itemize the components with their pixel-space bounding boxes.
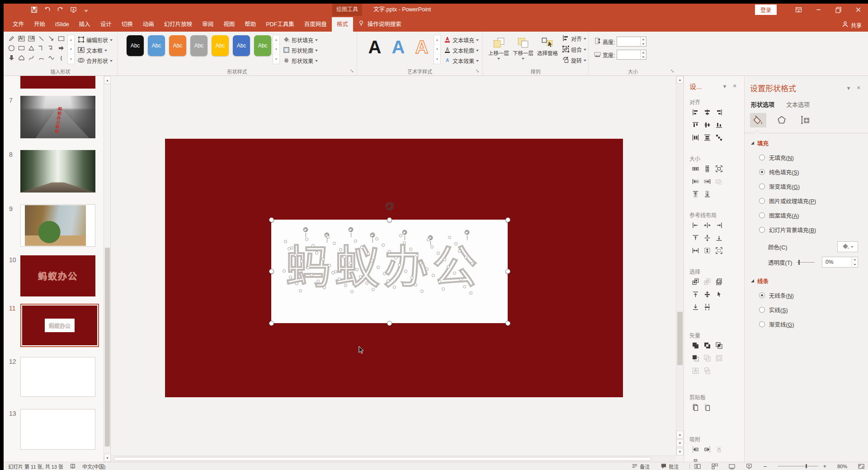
- shape-icon-6[interactable]: [8, 45, 15, 53]
- vertex-handle[interactable]: [375, 237, 378, 240]
- send-backward-button[interactable]: 下移一层: [511, 34, 535, 66]
- shape-style-swatch-1[interactable]: Abc: [148, 35, 165, 56]
- shape-icon-11[interactable]: [58, 45, 65, 53]
- shape-icon-2[interactable]: A: [28, 35, 35, 44]
- alignL-icon[interactable]: [690, 107, 700, 117]
- size-properties-icon[interactable]: [797, 113, 813, 127]
- vertex-handle[interactable]: [377, 266, 380, 269]
- shape-icon-0[interactable]: [8, 35, 15, 44]
- rotate-handle[interactable]: [369, 232, 376, 243]
- previous-slide-icon[interactable]: ▲: [676, 431, 684, 438]
- size-dialog-launcher[interactable]: [670, 69, 676, 75]
- vertex-handle[interactable]: [290, 246, 293, 249]
- selection-handle[interactable]: [269, 217, 274, 222]
- tab-animations[interactable]: 动画: [138, 17, 159, 32]
- selChk-icon[interactable]: [714, 277, 724, 287]
- vertex-handle[interactable]: [316, 280, 320, 283]
- fill-color-button[interactable]: [837, 241, 858, 252]
- text-box-button[interactable]: A文本框: [78, 46, 113, 55]
- notes-button[interactable]: 备注: [632, 463, 650, 470]
- tab-design[interactable]: 设计: [95, 17, 117, 32]
- selBot-icon[interactable]: [690, 302, 700, 312]
- shape-icon-1[interactable]: A: [18, 35, 25, 44]
- scroll-down-icon[interactable]: ▼: [676, 448, 684, 456]
- width-input[interactable]: [617, 50, 646, 60]
- vertex-handle[interactable]: [300, 260, 303, 263]
- selection-handle[interactable]: [505, 217, 510, 222]
- wordart-gallery-scroll[interactable]: ▲▼▼: [434, 35, 441, 64]
- spell-check-icon[interactable]: [70, 463, 76, 470]
- rotate-handle[interactable]: [464, 230, 470, 240]
- radio-icon[interactable]: [759, 227, 765, 233]
- rotate-handle[interactable]: [348, 227, 354, 238]
- szH-icon[interactable]: [702, 164, 712, 174]
- rotate-handle[interactable]: [401, 230, 408, 240]
- vertex-handle[interactable]: [398, 263, 401, 267]
- vertex-handle[interactable]: [427, 238, 430, 241]
- vExc-icon[interactable]: [702, 353, 712, 363]
- snapL-icon[interactable]: [690, 444, 700, 454]
- style-gallery-scroll[interactable]: ▲▼▼: [273, 35, 280, 64]
- shape-style-swatch-2[interactable]: Abc: [169, 35, 186, 56]
- vertex-handle[interactable]: [307, 266, 310, 269]
- thumbnail-slide-7[interactable]: 蚂蚁办公蚂蚁: [20, 96, 95, 138]
- vertex-handle[interactable]: [349, 262, 352, 265]
- panel-close-icon[interactable]: ✕: [854, 85, 863, 91]
- radio-option[interactable]: 渐变填充(G): [759, 182, 868, 191]
- tab-file[interactable]: 文件: [8, 17, 29, 32]
- vertex-handle[interactable]: [367, 252, 370, 255]
- tab-insert[interactable]: 插入: [74, 17, 95, 32]
- vertex-handle[interactable]: [471, 262, 474, 265]
- gBox-icon[interactable]: [714, 245, 724, 255]
- vertex-handle[interactable]: [323, 286, 326, 289]
- customize-qat-icon[interactable]: [83, 7, 89, 13]
- vInt-icon[interactable]: [714, 340, 724, 350]
- shape-icon-10[interactable]: [48, 45, 55, 53]
- vComb-icon[interactable]: [702, 340, 712, 350]
- vertex-handle[interactable]: [469, 291, 472, 295]
- vertex-handle[interactable]: [447, 265, 450, 268]
- slide-sorter-icon[interactable]: [712, 463, 718, 470]
- slide-editing-area[interactable]: 蚂蚁办公 ▲ ▲ ▼ ▼: [111, 76, 684, 462]
- vertex-handle[interactable]: [360, 246, 363, 249]
- tab-islide[interactable]: iSlide: [50, 17, 74, 32]
- vertex-handle[interactable]: [295, 282, 298, 285]
- radio-icon[interactable]: [759, 321, 765, 327]
- szR-icon[interactable]: [702, 176, 712, 186]
- snapB-icon[interactable]: [690, 457, 700, 462]
- vertex-handle[interactable]: [294, 254, 297, 257]
- thumbnail-slide-10[interactable]: 蚂蚁办公: [20, 255, 95, 296]
- sign-in-button[interactable]: 登录: [755, 5, 777, 15]
- vertex-handle[interactable]: [388, 250, 391, 253]
- szB2-icon[interactable]: [702, 189, 712, 199]
- save-icon[interactable]: [31, 6, 38, 13]
- edit-shape-button[interactable]: 编辑形状: [78, 35, 113, 45]
- alignB-icon[interactable]: [714, 120, 724, 130]
- fill-and-line-icon[interactable]: [750, 113, 766, 127]
- tab-text-options[interactable]: 文本选项: [786, 100, 810, 108]
- fill-section-title[interactable]: 填充: [757, 139, 769, 147]
- shape-style-swatch-3[interactable]: Abc: [190, 35, 208, 56]
- vertex-handle[interactable]: [464, 256, 467, 259]
- vertex-handle[interactable]: [359, 275, 362, 278]
- vSub-icon[interactable]: [690, 353, 700, 363]
- vertex-handle[interactable]: [454, 242, 458, 245]
- tab-slideshow[interactable]: 幻灯片放映: [159, 17, 198, 32]
- transparency-slider[interactable]: [797, 262, 815, 263]
- ribbon-display-options-icon[interactable]: [788, 4, 808, 16]
- vUnion-icon[interactable]: [690, 340, 700, 350]
- vertex-handle[interactable]: [344, 284, 347, 287]
- shape-outline-button[interactable]: 形状轮廓: [283, 46, 318, 55]
- radio-option[interactable]: 纯色填充(S): [759, 168, 868, 176]
- vertex-handle[interactable]: [410, 276, 414, 279]
- vA-icon[interactable]: A: [690, 366, 700, 376]
- shape-icon-3[interactable]: [38, 35, 45, 44]
- zoom-in-icon[interactable]: +: [823, 463, 826, 470]
- vertex-handle[interactable]: [343, 255, 346, 258]
- tab-pdf-tools[interactable]: PDF工具集: [261, 17, 299, 32]
- shape-icon-13[interactable]: [18, 54, 25, 63]
- gCV-icon[interactable]: [702, 233, 712, 243]
- radio-icon[interactable]: [759, 307, 765, 313]
- alignCV-icon[interactable]: [702, 120, 712, 130]
- gHm-icon[interactable]: [690, 245, 700, 255]
